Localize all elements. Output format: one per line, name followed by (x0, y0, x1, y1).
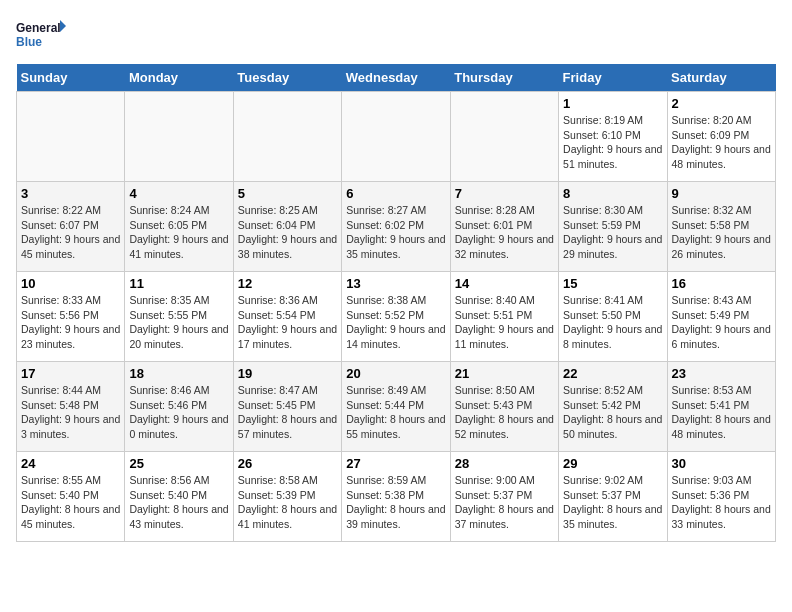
day-number: 24 (21, 456, 120, 471)
svg-text:Blue: Blue (16, 35, 42, 49)
calendar-cell: 13Sunrise: 8:38 AMSunset: 5:52 PMDayligh… (342, 272, 450, 362)
calendar-cell: 9Sunrise: 8:32 AMSunset: 5:58 PMDaylight… (667, 182, 775, 272)
day-number: 27 (346, 456, 445, 471)
day-info: Sunrise: 8:53 AMSunset: 5:41 PMDaylight:… (672, 383, 771, 442)
svg-marker-2 (60, 20, 66, 32)
calendar-cell (450, 92, 558, 182)
day-info: Sunrise: 9:02 AMSunset: 5:37 PMDaylight:… (563, 473, 662, 532)
day-info: Sunrise: 8:19 AMSunset: 6:10 PMDaylight:… (563, 113, 662, 172)
day-info: Sunrise: 8:58 AMSunset: 5:39 PMDaylight:… (238, 473, 337, 532)
day-info: Sunrise: 8:36 AMSunset: 5:54 PMDaylight:… (238, 293, 337, 352)
day-number: 15 (563, 276, 662, 291)
calendar-cell: 20Sunrise: 8:49 AMSunset: 5:44 PMDayligh… (342, 362, 450, 452)
day-info: Sunrise: 8:49 AMSunset: 5:44 PMDaylight:… (346, 383, 445, 442)
calendar-cell: 27Sunrise: 8:59 AMSunset: 5:38 PMDayligh… (342, 452, 450, 542)
day-number: 1 (563, 96, 662, 111)
day-info: Sunrise: 8:56 AMSunset: 5:40 PMDaylight:… (129, 473, 228, 532)
day-number: 28 (455, 456, 554, 471)
calendar-week-row: 3Sunrise: 8:22 AMSunset: 6:07 PMDaylight… (17, 182, 776, 272)
calendar-week-row: 10Sunrise: 8:33 AMSunset: 5:56 PMDayligh… (17, 272, 776, 362)
day-info: Sunrise: 8:35 AMSunset: 5:55 PMDaylight:… (129, 293, 228, 352)
calendar-week-row: 1Sunrise: 8:19 AMSunset: 6:10 PMDaylight… (17, 92, 776, 182)
calendar-cell (17, 92, 125, 182)
calendar-cell: 22Sunrise: 8:52 AMSunset: 5:42 PMDayligh… (559, 362, 667, 452)
calendar-cell: 21Sunrise: 8:50 AMSunset: 5:43 PMDayligh… (450, 362, 558, 452)
day-info: Sunrise: 8:40 AMSunset: 5:51 PMDaylight:… (455, 293, 554, 352)
day-info: Sunrise: 8:30 AMSunset: 5:59 PMDaylight:… (563, 203, 662, 262)
calendar-cell (233, 92, 341, 182)
day-number: 26 (238, 456, 337, 471)
day-number: 8 (563, 186, 662, 201)
day-info: Sunrise: 8:59 AMSunset: 5:38 PMDaylight:… (346, 473, 445, 532)
day-info: Sunrise: 8:38 AMSunset: 5:52 PMDaylight:… (346, 293, 445, 352)
calendar-header-day: Thursday (450, 64, 558, 92)
day-info: Sunrise: 8:32 AMSunset: 5:58 PMDaylight:… (672, 203, 771, 262)
svg-text:General: General (16, 21, 61, 35)
day-number: 2 (672, 96, 771, 111)
calendar-cell: 18Sunrise: 8:46 AMSunset: 5:46 PMDayligh… (125, 362, 233, 452)
calendar-header-day: Friday (559, 64, 667, 92)
day-info: Sunrise: 8:25 AMSunset: 6:04 PMDaylight:… (238, 203, 337, 262)
day-number: 25 (129, 456, 228, 471)
calendar-cell: 29Sunrise: 9:02 AMSunset: 5:37 PMDayligh… (559, 452, 667, 542)
day-number: 17 (21, 366, 120, 381)
day-info: Sunrise: 8:41 AMSunset: 5:50 PMDaylight:… (563, 293, 662, 352)
calendar-header-day: Tuesday (233, 64, 341, 92)
day-number: 29 (563, 456, 662, 471)
calendar-cell (342, 92, 450, 182)
calendar-table: SundayMondayTuesdayWednesdayThursdayFrid… (16, 64, 776, 542)
day-number: 3 (21, 186, 120, 201)
day-info: Sunrise: 8:44 AMSunset: 5:48 PMDaylight:… (21, 383, 120, 442)
day-number: 18 (129, 366, 228, 381)
day-info: Sunrise: 8:46 AMSunset: 5:46 PMDaylight:… (129, 383, 228, 442)
calendar-header-day: Wednesday (342, 64, 450, 92)
day-info: Sunrise: 9:03 AMSunset: 5:36 PMDaylight:… (672, 473, 771, 532)
day-info: Sunrise: 8:52 AMSunset: 5:42 PMDaylight:… (563, 383, 662, 442)
logo: General Blue (16, 16, 66, 56)
day-info: Sunrise: 8:24 AMSunset: 6:05 PMDaylight:… (129, 203, 228, 262)
calendar-week-row: 24Sunrise: 8:55 AMSunset: 5:40 PMDayligh… (17, 452, 776, 542)
day-number: 23 (672, 366, 771, 381)
day-number: 7 (455, 186, 554, 201)
header: General Blue (16, 16, 776, 56)
day-info: Sunrise: 9:00 AMSunset: 5:37 PMDaylight:… (455, 473, 554, 532)
day-number: 6 (346, 186, 445, 201)
calendar-week-row: 17Sunrise: 8:44 AMSunset: 5:48 PMDayligh… (17, 362, 776, 452)
day-number: 12 (238, 276, 337, 291)
calendar-cell: 7Sunrise: 8:28 AMSunset: 6:01 PMDaylight… (450, 182, 558, 272)
day-number: 21 (455, 366, 554, 381)
day-number: 10 (21, 276, 120, 291)
logo-svg: General Blue (16, 16, 66, 56)
calendar-cell: 30Sunrise: 9:03 AMSunset: 5:36 PMDayligh… (667, 452, 775, 542)
day-number: 9 (672, 186, 771, 201)
day-number: 20 (346, 366, 445, 381)
calendar-header-day: Saturday (667, 64, 775, 92)
day-info: Sunrise: 8:22 AMSunset: 6:07 PMDaylight:… (21, 203, 120, 262)
calendar-cell: 6Sunrise: 8:27 AMSunset: 6:02 PMDaylight… (342, 182, 450, 272)
calendar-cell: 17Sunrise: 8:44 AMSunset: 5:48 PMDayligh… (17, 362, 125, 452)
day-info: Sunrise: 8:28 AMSunset: 6:01 PMDaylight:… (455, 203, 554, 262)
calendar-cell: 24Sunrise: 8:55 AMSunset: 5:40 PMDayligh… (17, 452, 125, 542)
calendar-cell: 15Sunrise: 8:41 AMSunset: 5:50 PMDayligh… (559, 272, 667, 362)
day-info: Sunrise: 8:33 AMSunset: 5:56 PMDaylight:… (21, 293, 120, 352)
calendar-cell: 11Sunrise: 8:35 AMSunset: 5:55 PMDayligh… (125, 272, 233, 362)
calendar-cell: 12Sunrise: 8:36 AMSunset: 5:54 PMDayligh… (233, 272, 341, 362)
calendar-cell: 28Sunrise: 9:00 AMSunset: 5:37 PMDayligh… (450, 452, 558, 542)
day-info: Sunrise: 8:20 AMSunset: 6:09 PMDaylight:… (672, 113, 771, 172)
day-number: 11 (129, 276, 228, 291)
day-number: 16 (672, 276, 771, 291)
day-number: 13 (346, 276, 445, 291)
calendar-cell: 14Sunrise: 8:40 AMSunset: 5:51 PMDayligh… (450, 272, 558, 362)
calendar-cell: 19Sunrise: 8:47 AMSunset: 5:45 PMDayligh… (233, 362, 341, 452)
day-info: Sunrise: 8:55 AMSunset: 5:40 PMDaylight:… (21, 473, 120, 532)
day-info: Sunrise: 8:50 AMSunset: 5:43 PMDaylight:… (455, 383, 554, 442)
calendar-cell: 25Sunrise: 8:56 AMSunset: 5:40 PMDayligh… (125, 452, 233, 542)
calendar-header-row: SundayMondayTuesdayWednesdayThursdayFrid… (17, 64, 776, 92)
day-number: 14 (455, 276, 554, 291)
calendar-header-day: Monday (125, 64, 233, 92)
day-number: 30 (672, 456, 771, 471)
calendar-cell: 16Sunrise: 8:43 AMSunset: 5:49 PMDayligh… (667, 272, 775, 362)
calendar-cell: 1Sunrise: 8:19 AMSunset: 6:10 PMDaylight… (559, 92, 667, 182)
calendar-header-day: Sunday (17, 64, 125, 92)
calendar-cell: 3Sunrise: 8:22 AMSunset: 6:07 PMDaylight… (17, 182, 125, 272)
